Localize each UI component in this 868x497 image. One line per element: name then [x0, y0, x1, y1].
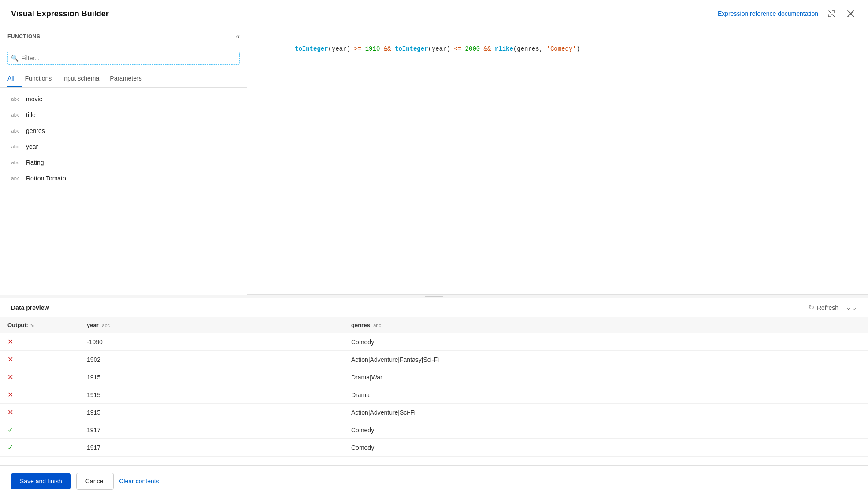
- type-badge: abc: [11, 176, 22, 181]
- filter-wrapper: 🔍: [7, 52, 240, 65]
- data-table: Output: ↘ year abc genres abc ✕ -1980 Co…: [0, 317, 868, 457]
- cell-output: ✕: [0, 351, 80, 368]
- filter-container: 🔍: [0, 46, 247, 70]
- col-header-genres: genres abc: [344, 317, 868, 333]
- tab-all[interactable]: All: [7, 70, 22, 87]
- col-header-output: Output: ↘: [0, 317, 80, 333]
- cell-output: ✓: [0, 421, 80, 439]
- tabs-container: All Functions Input schema Parameters: [0, 70, 247, 88]
- main-content: FUNCTIONS « 🔍 All Functions Input schema…: [0, 27, 868, 295]
- schema-item-title[interactable]: abctitle: [0, 107, 247, 123]
- cell-genres: Action|Adventure|Fantasy|Sci-Fi: [344, 351, 868, 368]
- table-row: ✓ 1917 Comedy: [0, 421, 868, 439]
- modal-header: Visual Expression Builder Expression ref…: [0, 0, 868, 27]
- table-row: ✕ 1902 Action|Adventure|Fantasy|Sci-Fi: [0, 351, 868, 368]
- right-panel: toInteger(year) >= 1910 && toInteger(yea…: [247, 27, 868, 295]
- refresh-button[interactable]: ↻ Refresh: [809, 303, 838, 312]
- cross-icon: ✕: [7, 391, 13, 398]
- clear-contents-link[interactable]: Clear contents: [119, 478, 159, 485]
- cross-icon: ✕: [7, 373, 13, 381]
- refresh-label: Refresh: [817, 304, 838, 311]
- cell-genres: Comedy: [344, 333, 868, 351]
- schema-item-genres[interactable]: abcgenres: [0, 123, 247, 139]
- cross-icon: ✕: [7, 338, 13, 346]
- save-finish-button[interactable]: Save and finish: [11, 473, 71, 489]
- left-panel: FUNCTIONS « 🔍 All Functions Input schema…: [0, 27, 247, 295]
- table-row: ✓ 1917 Comedy: [0, 439, 868, 457]
- tab-input-schema[interactable]: Input schema: [62, 70, 106, 87]
- cell-output: ✕: [0, 333, 80, 351]
- doc-link[interactable]: Expression reference documentation: [718, 10, 818, 17]
- header-right: Expression reference documentation: [718, 7, 857, 20]
- schema-item-label: genres: [26, 127, 45, 134]
- expression-code: toInteger(year) >= 1910 && toInteger(yea…: [258, 34, 857, 64]
- table-header-row: Output: ↘ year abc genres abc: [0, 317, 868, 333]
- schema-item-year[interactable]: abcyear: [0, 139, 247, 155]
- table-body: ✕ -1980 Comedy ✕ 1902 Action|Adventure|F…: [0, 333, 868, 457]
- check-icon: ✓: [7, 426, 13, 434]
- panel-title: FUNCTIONS: [7, 33, 41, 40]
- cell-year: 1915: [80, 386, 344, 404]
- tab-functions[interactable]: Functions: [25, 70, 59, 87]
- type-badge: abc: [11, 160, 22, 166]
- cell-genres: Drama|War: [344, 368, 868, 386]
- table-row: ✕ 1915 Action|Adventure|Sci-Fi: [0, 404, 868, 421]
- schema-item-movie[interactable]: abcmovie: [0, 91, 247, 107]
- cell-output: ✕: [0, 368, 80, 386]
- data-preview-header: Data preview ↻ Refresh ⌄⌄: [0, 298, 868, 317]
- cell-year: 1917: [80, 439, 344, 457]
- data-preview-title: Data preview: [11, 304, 49, 311]
- schema-item-label: year: [26, 143, 38, 150]
- data-preview: Data preview ↻ Refresh ⌄⌄ Output: ↘: [0, 298, 868, 465]
- output-sort-icon[interactable]: ↘: [30, 323, 34, 328]
- refresh-icon: ↻: [809, 303, 814, 312]
- collapse-preview-icon[interactable]: ⌄⌄: [846, 303, 857, 312]
- table-row: ✕ 1915 Drama: [0, 386, 868, 404]
- check-icon: ✓: [7, 444, 13, 451]
- cell-year: -1980: [80, 333, 344, 351]
- divider-handle[interactable]: [0, 295, 868, 298]
- cell-genres: Comedy: [344, 439, 868, 457]
- expand-icon[interactable]: [825, 7, 838, 20]
- cell-year: 1915: [80, 404, 344, 421]
- cross-icon: ✕: [7, 409, 13, 416]
- table-row: ✕ 1915 Drama|War: [0, 368, 868, 386]
- cancel-button[interactable]: Cancel: [76, 473, 114, 490]
- type-badge: abc: [11, 96, 22, 102]
- cell-genres: Action|Adventure|Sci-Fi: [344, 404, 868, 421]
- cell-genres: Drama: [344, 386, 868, 404]
- cell-output: ✓: [0, 439, 80, 457]
- modal-container: Visual Expression Builder Expression ref…: [0, 0, 868, 497]
- schema-item-rating[interactable]: abcRating: [0, 155, 247, 170]
- genres-type-badge: abc: [373, 323, 381, 328]
- schema-item-rotton tomato[interactable]: abcRotton Tomato: [0, 170, 247, 186]
- table-container: Output: ↘ year abc genres abc ✕ -1980 Co…: [0, 317, 868, 465]
- modal-footer: Save and finish Cancel Clear contents: [0, 465, 868, 497]
- collapse-panel-icon[interactable]: «: [236, 33, 240, 40]
- schema-item-label: movie: [26, 96, 42, 103]
- panel-header: FUNCTIONS «: [0, 27, 247, 46]
- schema-item-label: title: [26, 111, 36, 118]
- expression-editor[interactable]: toInteger(year) >= 1910 && toInteger(yea…: [247, 27, 868, 295]
- table-row: ✕ -1980 Comedy: [0, 333, 868, 351]
- type-badge: abc: [11, 112, 22, 118]
- cell-year: 1902: [80, 351, 344, 368]
- cell-output: ✕: [0, 404, 80, 421]
- divider-bar: [425, 296, 443, 297]
- year-type-badge: abc: [102, 323, 110, 328]
- col-header-year: year abc: [80, 317, 344, 333]
- tab-parameters[interactable]: Parameters: [110, 70, 148, 87]
- cell-year: 1915: [80, 368, 344, 386]
- cross-icon: ✕: [7, 356, 13, 363]
- schema-item-label: Rating: [26, 159, 44, 166]
- cell-year: 1917: [80, 421, 344, 439]
- cell-output: ✕: [0, 386, 80, 404]
- search-icon: 🔍: [11, 55, 19, 62]
- preview-actions: ↻ Refresh ⌄⌄: [809, 303, 857, 312]
- close-icon[interactable]: [845, 7, 857, 20]
- schema-item-label: Rotton Tomato: [26, 175, 66, 182]
- cell-genres: Comedy: [344, 421, 868, 439]
- type-badge: abc: [11, 128, 22, 134]
- filter-input[interactable]: [7, 52, 240, 65]
- modal-title: Visual Expression Builder: [11, 9, 109, 18]
